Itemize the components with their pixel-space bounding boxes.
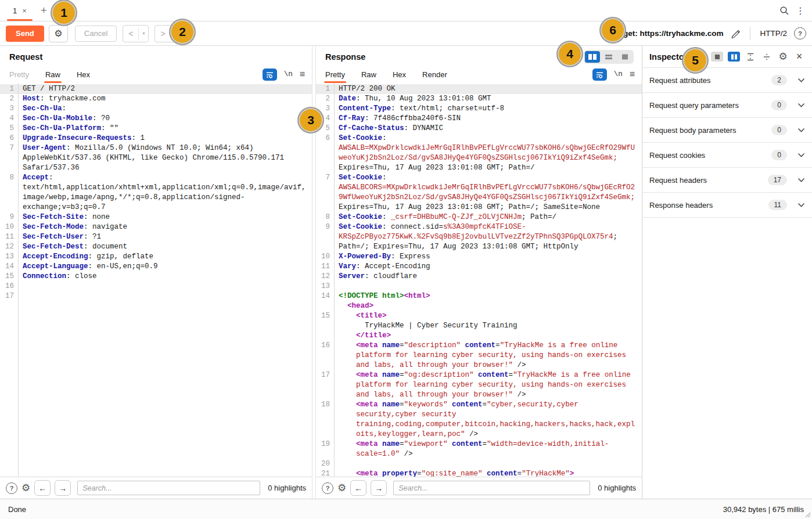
inspector-section-request-cookies[interactable]: Request cookies0 <box>642 143 812 168</box>
inspector-section-request-headers[interactable]: Request headers17 <box>642 168 812 193</box>
line-number: 17 <box>316 370 334 400</box>
line-number: 7 <box>0 143 18 173</box>
chevron-down-icon[interactable] <box>797 176 805 185</box>
find-help-icon[interactable]: ? <box>322 482 333 494</box>
cancel-button[interactable]: Cancel <box>75 26 117 42</box>
layout-columns-button[interactable] <box>585 51 600 63</box>
response-search-input[interactable] <box>393 481 590 495</box>
layout-rows-button[interactable] <box>601 51 616 63</box>
overflow-menu-icon[interactable]: ⋮ <box>792 0 812 21</box>
inspector-section-request-body-parameters[interactable]: Request body parameters0 <box>642 118 812 143</box>
section-label: Request body parameters <box>649 126 771 135</box>
send-settings-button[interactable]: ⚙ <box>49 25 68 42</box>
line-number: 8 <box>316 212 334 222</box>
code-line: 11Vary: Accept-Encoding <box>316 262 642 272</box>
find-previous-button[interactable]: ← <box>350 480 367 496</box>
expand-all-icon[interactable] <box>745 53 756 61</box>
show-newlines-toggle[interactable]: \n <box>284 70 293 78</box>
line-number: 1 <box>0 84 18 94</box>
find-settings-icon[interactable]: ⚙ <box>337 482 346 494</box>
inspector-dock-left-toggle[interactable] <box>711 52 723 62</box>
section-label: Request cookies <box>649 151 771 160</box>
line-number: 12 <box>0 242 18 252</box>
find-next-button[interactable]: → <box>371 480 387 496</box>
search-icon[interactable] <box>776 0 792 21</box>
line-number: 16 <box>0 282 18 291</box>
inspector-section-response-headers[interactable]: Response headers11 <box>642 193 812 218</box>
inspector-close-icon[interactable]: × <box>793 51 805 63</box>
toolbar-divider <box>750 27 750 40</box>
word-wrap-toggle-icon[interactable] <box>263 69 277 81</box>
tab-raw[interactable]: Raw <box>45 66 60 83</box>
line-number: 8 <box>0 173 18 212</box>
inspector-settings-icon[interactable]: ⚙ <box>777 51 789 63</box>
collapse-all-icon[interactable] <box>761 53 773 61</box>
inspector-section-request-attributes[interactable]: Request attributes2 <box>642 68 812 93</box>
line-number: 2 <box>0 94 18 104</box>
annotation-2: 2 <box>169 19 196 45</box>
request-find-bar: ? ⚙ ← → 0 highlights <box>0 477 312 499</box>
forward-arrow-label[interactable]: > <box>155 26 170 42</box>
resize-grip[interactable] <box>804 511 811 518</box>
code-line: 7Set-Cookie: AWSALBCORS=MXpwDrklcwdkiJeM… <box>316 173 642 212</box>
help-icon[interactable]: ? <box>794 27 806 39</box>
find-help-icon[interactable]: ? <box>6 482 17 494</box>
code-line: 8Set-Cookie: _csrf=DHBbuMC-Q-ZJf_zOLVjCN… <box>316 212 642 222</box>
code-line: 9Sec-Fetch-Site: none <box>0 212 312 222</box>
code-line: 9Set-Cookie: connect.sid=s%3A30mpfcK4TFi… <box>316 222 642 252</box>
chevron-down-icon[interactable] <box>797 201 805 210</box>
layout-single-button[interactable] <box>617 51 633 63</box>
editor-menu-icon[interactable]: ≡ <box>630 69 635 80</box>
show-newlines-toggle[interactable]: \n <box>614 70 623 78</box>
tab-pretty[interactable]: Pretty <box>9 66 29 83</box>
find-settings-icon[interactable]: ⚙ <box>21 482 30 494</box>
find-next-button[interactable]: → <box>55 480 71 496</box>
response-editor[interactable]: 1HTTP/2 200 OK2Date: Thu, 10 Aug 2023 13… <box>316 83 642 477</box>
word-wrap-toggle-icon[interactable] <box>592 69 607 81</box>
response-view-tabs: PrettyRawHexRender \n ≡ <box>316 66 642 83</box>
code-line: 14<!DOCTYPE html><html> <box>316 291 642 301</box>
line-number: 17 <box>0 291 18 301</box>
repeater-tab-1[interactable]: 1 × <box>5 0 35 21</box>
request-search-input[interactable] <box>77 481 260 495</box>
response-highlights-count: 0 highlights <box>598 484 636 492</box>
repeater-toolbar: Send ⚙ Cancel < ▾ > ▾ Target: https://tr… <box>0 21 812 46</box>
edit-target-icon[interactable] <box>728 26 743 41</box>
tab-raw[interactable]: Raw <box>361 66 376 83</box>
code-line: 16 <box>0 282 312 291</box>
line-number: 2 <box>316 94 334 104</box>
back-dropdown-icon[interactable]: ▾ <box>139 26 148 42</box>
layout-switcher <box>584 50 634 64</box>
request-editor[interactable]: 1GET / HTTP/22Host: tryhackme.com3Sec-Ch… <box>0 83 312 477</box>
line-number: 10 <box>316 252 334 262</box>
find-previous-button[interactable]: ← <box>34 480 51 496</box>
tab-render[interactable]: Render <box>422 66 447 83</box>
chevron-down-icon[interactable] <box>797 126 805 135</box>
back-arrow-label[interactable]: < <box>123 26 138 42</box>
tab-pretty[interactable]: Pretty <box>325 66 345 83</box>
tab-hex[interactable]: Hex <box>393 66 406 83</box>
line-number: 9 <box>316 222 334 252</box>
inspector-dock-right-toggle[interactable] <box>728 52 740 62</box>
inspector-panel: Inspector ⚙ × Request attributes2Request… <box>642 46 812 499</box>
inspector-header: Inspector ⚙ × <box>642 46 812 68</box>
editor-menu-icon[interactable]: ≡ <box>300 69 305 80</box>
code-line: </title> <box>316 331 642 341</box>
send-button[interactable]: Send <box>6 26 44 42</box>
code-line: 17<meta name="og:description" content="T… <box>316 370 642 400</box>
tab-close-icon[interactable]: × <box>22 6 27 15</box>
inspector-section-request-query-parameters[interactable]: Request query parameters0 <box>642 93 812 118</box>
chevron-down-icon[interactable] <box>797 151 805 160</box>
section-count-badge: 0 <box>771 100 787 110</box>
chevron-down-icon[interactable] <box>797 101 805 110</box>
chevron-down-icon[interactable] <box>797 76 805 85</box>
response-panel: Response PrettyRawHexRender \n <box>316 46 642 499</box>
request-panel: Request PrettyRawHex \n ≡ 1GET / HTTP/22… <box>0 46 312 499</box>
back-history-button[interactable]: < ▾ <box>123 25 149 42</box>
line-number: 19 <box>316 439 334 459</box>
code-line: 4Sec-Ch-Ua-Mobile: ?0 <box>0 114 312 124</box>
line-number: 7 <box>316 173 334 212</box>
line-number: 15 <box>316 311 334 321</box>
tab-hex[interactable]: Hex <box>77 66 90 83</box>
code-line: 5Sec-Ch-Ua-Platform: "" <box>0 124 312 134</box>
